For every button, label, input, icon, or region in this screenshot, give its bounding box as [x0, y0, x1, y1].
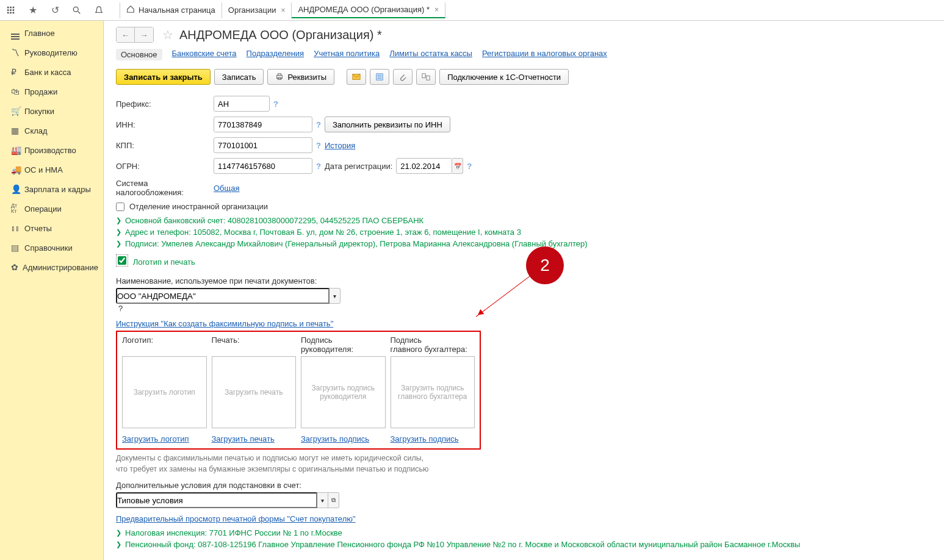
history-icon[interactable]: ↺: [48, 3, 62, 18]
subtab-departments[interactable]: Подразделения: [247, 49, 304, 60]
sidebar-item-reports[interactable]: ⫾⫾Отчеты: [0, 218, 103, 238]
hint-icon[interactable]: ?: [316, 162, 321, 171]
requisites-button[interactable]: Реквизиты: [267, 69, 334, 85]
fill-by-inn-button[interactable]: Заполнить реквизиты по ИНН: [325, 117, 450, 132]
prefix-input[interactable]: [214, 96, 270, 112]
hint-icon[interactable]: ?: [316, 120, 321, 129]
subtab-accounting-policy[interactable]: Учетная политика: [314, 49, 380, 60]
instruction-link[interactable]: Инструкция "Как создать факсимильную под…: [116, 319, 333, 328]
dir-sign-upload-box[interactable]: Загрузить подпись руководителя: [301, 356, 386, 428]
svg-rect-4: [10, 9, 12, 11]
facsimile-note: Документы с факсимильными печатью и подп…: [116, 453, 932, 475]
tax-system-link[interactable]: Общая: [214, 184, 240, 193]
ruble-icon: ₽: [11, 67, 24, 77]
sidebar-item-bank[interactable]: ₽Банк и касса: [0, 62, 103, 82]
favorite-star-icon[interactable]: ☆: [162, 27, 173, 42]
expander-pension[interactable]: ❯Пенсионный фонд: 087-108-125196 Главное…: [116, 540, 932, 549]
close-icon[interactable]: ×: [434, 5, 439, 14]
foreign-branch-checkbox[interactable]: [116, 203, 124, 211]
sidebar-item-dicts[interactable]: ▤Справочники: [0, 238, 103, 257]
forward-button[interactable]: →: [135, 27, 153, 42]
kpp-label: КПП:: [116, 141, 214, 150]
list-button[interactable]: [370, 69, 389, 85]
list-icon: [375, 73, 384, 81]
stamp-upload-link[interactable]: Загрузить печать: [212, 434, 297, 443]
logo-stamp-checkbox[interactable]: [118, 256, 126, 265]
person-icon: 👤: [11, 184, 24, 194]
close-icon[interactable]: ×: [281, 6, 285, 15]
sidebar-label: Справочники: [24, 243, 73, 253]
hint-icon[interactable]: ?: [118, 304, 123, 313]
svg-rect-6: [7, 12, 9, 13]
dir-sign-upload-link[interactable]: Загрузить подпись: [301, 434, 386, 443]
subtab-main[interactable]: Основное: [116, 49, 162, 60]
expander-tax-office[interactable]: ❯Налоговая инспекция: 7701 ИФНС России №…: [116, 528, 932, 537]
print-name-input[interactable]: [116, 288, 330, 304]
hint-icon[interactable]: ?: [316, 141, 321, 150]
reg-date-input[interactable]: [396, 158, 452, 174]
acc-sign-upload-box[interactable]: Загрузить подпись главного бухгалтера: [391, 356, 475, 428]
inn-input[interactable]: [214, 117, 312, 132]
tab-organizations[interactable]: Организации ×: [222, 2, 292, 18]
acc-sign-upload-link[interactable]: Загрузить подпись: [391, 434, 475, 443]
sidebar-item-admin[interactable]: ✿Администрирование: [0, 257, 103, 277]
upload-section: Логотип: Загрузить логотип Загрузить лог…: [116, 331, 481, 450]
gear-icon: ✿: [11, 262, 23, 272]
open-icon[interactable]: ⧉: [328, 492, 339, 508]
chevron-right-icon: ❯: [116, 240, 121, 248]
dropdown-icon[interactable]: ▾: [317, 492, 328, 508]
expander-bank[interactable]: ❯Основной банковский счет: 4080281003800…: [116, 216, 932, 225]
bars-icon: ⫾⫾: [11, 223, 24, 233]
extra-conditions-input[interactable]: [116, 492, 317, 508]
calendar-icon[interactable]: 📅: [452, 158, 463, 174]
logo-upload-box[interactable]: Загрузить логотип: [122, 356, 207, 428]
logo-upload-link[interactable]: Загрузить логотип: [122, 434, 207, 443]
doc-flow-button[interactable]: [416, 69, 436, 85]
sidebar-item-operations[interactable]: ДтКтОперации: [0, 199, 103, 218]
kpp-input[interactable]: [214, 137, 312, 153]
sidebar-item-warehouse[interactable]: ▦Склад: [0, 121, 103, 140]
sidebar-item-production[interactable]: 🏭Производство: [0, 140, 103, 160]
preview-invoice-link[interactable]: Предварительный просмотр печатной формы …: [116, 514, 356, 523]
page-title: АНДРОМЕДА ООО (Организация) *: [179, 28, 382, 42]
ogrn-input[interactable]: [214, 158, 312, 174]
save-button[interactable]: Записать: [214, 69, 264, 85]
tab-andromeda[interactable]: АНДРОМЕДА ООО (Организация) * ×: [292, 2, 445, 18]
sidebar-item-salary[interactable]: 👤Зарплата и кадры: [0, 179, 103, 199]
bell-icon[interactable]: [92, 3, 106, 18]
back-button[interactable]: ←: [117, 27, 135, 42]
sidebar-item-purchases[interactable]: 🛒Покупки: [0, 101, 103, 121]
hint-icon[interactable]: ?: [467, 162, 472, 171]
sidebar-item-assets[interactable]: 🚚ОС и НМА: [0, 160, 103, 179]
apps-icon[interactable]: [4, 3, 18, 18]
sidebar: Главное 〽Руководителю ₽Банк и касса 🛍Про…: [0, 21, 104, 560]
hint-icon[interactable]: ?: [273, 99, 278, 109]
expander-signatures[interactable]: ❯Подписи: Умпелев Александр Михайлович (…: [116, 239, 932, 248]
stamp-upload-box[interactable]: Загрузить печать: [212, 356, 297, 428]
star-icon[interactable]: ★: [26, 3, 40, 18]
chevron-right-icon: ❯: [116, 217, 121, 224]
dropdown-icon[interactable]: ▾: [330, 288, 340, 304]
expander-address[interactable]: ❯Адрес и телефон: 105082, Москва г, Почт…: [116, 228, 932, 237]
sidebar-item-sales[interactable]: 🛍Продажи: [0, 82, 103, 101]
subtab-tax-registrations[interactable]: Регистрации в налоговых органах: [482, 49, 607, 60]
sidebar-item-manager[interactable]: 〽Руководителю: [0, 43, 103, 62]
history-link[interactable]: История: [325, 141, 355, 150]
nav-arrows: ← →: [116, 27, 154, 43]
expander-logo-stamp[interactable]: Логотип и печать: [133, 257, 195, 267]
debit-credit-icon: ДтКт: [11, 203, 24, 214]
svg-rect-19: [422, 74, 425, 78]
svg-line-10: [78, 11, 81, 13]
sidebar-label: Администрирование: [23, 263, 98, 272]
attach-button[interactable]: [393, 69, 413, 85]
mail-button[interactable]: [347, 69, 366, 85]
search-icon[interactable]: [70, 3, 84, 18]
subtab-cash-limits[interactable]: Лимиты остатка кассы: [389, 49, 472, 60]
save-close-button[interactable]: Записать и закрыть: [116, 69, 211, 85]
subtab-bank-accounts[interactable]: Банковские счета: [172, 49, 237, 60]
svg-rect-3: [7, 9, 9, 11]
sidebar-item-main[interactable]: Главное: [0, 23, 103, 43]
tab-home[interactable]: Начальная страница: [120, 2, 222, 18]
connect-reporting-button[interactable]: Подключение к 1С-Отчетности: [439, 69, 569, 85]
sidebar-label: Операции: [24, 204, 62, 214]
